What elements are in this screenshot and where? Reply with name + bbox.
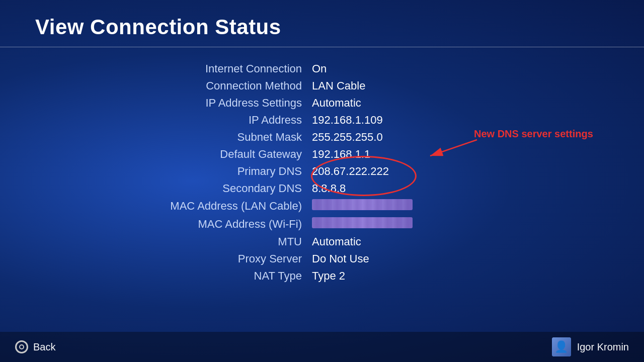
- back-label: Back: [33, 341, 55, 353]
- user-info: Igor Kromin: [552, 337, 629, 356]
- info-label: Internet Connection: [141, 62, 312, 75]
- header-divider: [0, 47, 644, 47]
- info-label: Secondary DNS: [141, 182, 312, 195]
- info-row: MTUAutomatic: [141, 235, 503, 248]
- info-row: Primary DNS208.67.222.222: [141, 165, 503, 178]
- info-value: 192.168.1.1: [312, 148, 370, 161]
- info-label: NAT Type: [141, 269, 312, 283]
- info-row: MAC Address (LAN Cable): [141, 199, 503, 213]
- info-value: Automatic: [312, 97, 361, 110]
- info-label: Connection Method: [141, 79, 312, 93]
- info-row: Internet ConnectionOn: [141, 62, 503, 75]
- mac-address-blurred: [312, 217, 413, 228]
- info-label: Subnet Mask: [141, 131, 312, 144]
- info-value: On: [312, 62, 327, 75]
- info-value: LAN Cable: [312, 79, 365, 93]
- info-label: Primary DNS: [141, 165, 312, 178]
- mac-address-blurred: [312, 199, 413, 210]
- info-value: Do Not Use: [312, 252, 369, 265]
- info-label: IP Address: [141, 114, 312, 127]
- info-label: Default Gateway: [141, 148, 312, 161]
- circle-icon: [15, 340, 28, 353]
- info-label: MTU: [141, 235, 312, 248]
- circle-inner: [19, 344, 24, 349]
- info-label: MAC Address (LAN Cable): [141, 200, 312, 213]
- info-value: [312, 217, 413, 231]
- info-value: [312, 199, 413, 213]
- info-row: NAT TypeType 2: [141, 269, 503, 283]
- connection-status-content: Internet ConnectionOnConnection MethodLA…: [0, 57, 644, 287]
- info-row: Default Gateway192.168.1.1: [141, 148, 503, 161]
- page-title: View Connection Status: [35, 15, 609, 39]
- info-row: IP Address192.168.1.109: [141, 114, 503, 127]
- info-row: MAC Address (Wi-Fi): [141, 217, 503, 231]
- info-row: Connection MethodLAN Cable: [141, 79, 503, 93]
- info-row: IP Address SettingsAutomatic: [141, 97, 503, 110]
- info-value: Type 2: [312, 269, 345, 283]
- username: Igor Kromin: [577, 341, 629, 353]
- info-value: 255.255.255.0: [312, 131, 383, 144]
- info-value: Automatic: [312, 235, 361, 248]
- header: View Connection Status: [0, 0, 644, 47]
- info-value: 192.168.1.109: [312, 114, 383, 127]
- info-label: Proxy Server: [141, 252, 312, 265]
- info-label: MAC Address (Wi-Fi): [141, 218, 312, 231]
- info-label: IP Address Settings: [141, 97, 312, 110]
- footer: Back Igor Kromin: [0, 332, 644, 362]
- info-row: Subnet Mask255.255.255.0: [141, 131, 503, 144]
- info-value: 8.8.8.8: [312, 182, 346, 195]
- info-row: Secondary DNS8.8.8.8: [141, 182, 503, 195]
- avatar: [552, 337, 571, 356]
- info-value: 208.67.222.222: [312, 165, 389, 178]
- back-button[interactable]: Back: [15, 340, 55, 353]
- info-row: Proxy ServerDo Not Use: [141, 252, 503, 265]
- avatar-image: [552, 337, 571, 356]
